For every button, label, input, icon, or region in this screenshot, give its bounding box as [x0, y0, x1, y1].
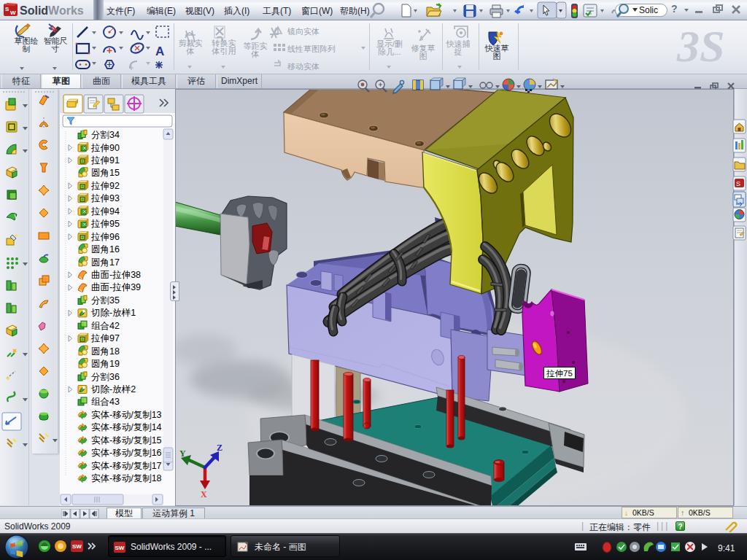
svg-text:分割36: 分割36 [91, 372, 120, 382]
svg-text:组合42: 组合42 [91, 321, 120, 331]
svg-text:分割34: 分割34 [91, 130, 120, 140]
svg-text:A: A [155, 44, 164, 58]
svg-text:拉伸95: 拉伸95 [90, 219, 120, 229]
svg-text:拉伸93: 拉伸93 [90, 193, 120, 203]
svg-text:实体-移动/复制18: 实体-移动/复制18 [91, 473, 162, 483]
svg-text:Solic: Solic [639, 5, 658, 15]
svg-text:拉伸96: 拉伸96 [90, 232, 120, 242]
svg-text:SW: SW [115, 545, 125, 551]
svg-text:拉伸94: 拉伸94 [90, 206, 120, 217]
svg-text:实体-移动/复制15: 实体-移动/复制15 [91, 435, 162, 446]
svg-text:圆角18: 圆角18 [91, 346, 120, 357]
svg-text:拉伸91: 拉伸91 [90, 155, 120, 166]
svg-text:曲面-拉伸38: 曲面-拉伸38 [91, 270, 141, 280]
svg-text:组合43: 组合43 [91, 397, 120, 407]
svg-text:切除-放样2: 切除-放样2 [90, 384, 136, 394]
svg-text:实体-移动/复制16: 实体-移动/复制16 [91, 448, 162, 458]
svg-text:圆角17: 圆角17 [91, 257, 120, 268]
svg-text:S: S [736, 180, 740, 187]
svg-text:SolidWorks: SolidWorks [20, 4, 84, 17]
svg-text:实体-移动/复制14: 实体-移动/复制14 [91, 422, 162, 432]
svg-text:X: X [201, 489, 207, 499]
svg-text:分割35: 分割35 [91, 295, 120, 306]
svg-text:圆角15: 圆角15 [91, 168, 120, 178]
svg-text:拉伸90: 拉伸90 [90, 143, 120, 153]
svg-text:实体-移动/复制17: 实体-移动/复制17 [91, 461, 162, 471]
svg-text:拉伸75: 拉伸75 [546, 369, 573, 378]
svg-text:圆角16: 圆角16 [91, 244, 120, 254]
svg-text:拉伸97: 拉伸97 [90, 333, 120, 343]
svg-text:实体-移动/复制13: 实体-移动/复制13 [91, 410, 162, 420]
svg-text:S: S [5, 6, 9, 12]
svg-text:拉伸92: 拉伸92 [90, 181, 120, 191]
svg-text:曲面-拉伸39: 曲面-拉伸39 [91, 282, 141, 292]
svg-text:切除-放样1: 切除-放样1 [90, 308, 136, 318]
svg-text:圆角19: 圆角19 [91, 359, 120, 369]
svg-text:Z: Z [217, 443, 222, 453]
svg-text:Y: Y [179, 448, 186, 459]
svg-text:W: W [10, 9, 16, 16]
svg-text:SW: SW [72, 543, 82, 550]
